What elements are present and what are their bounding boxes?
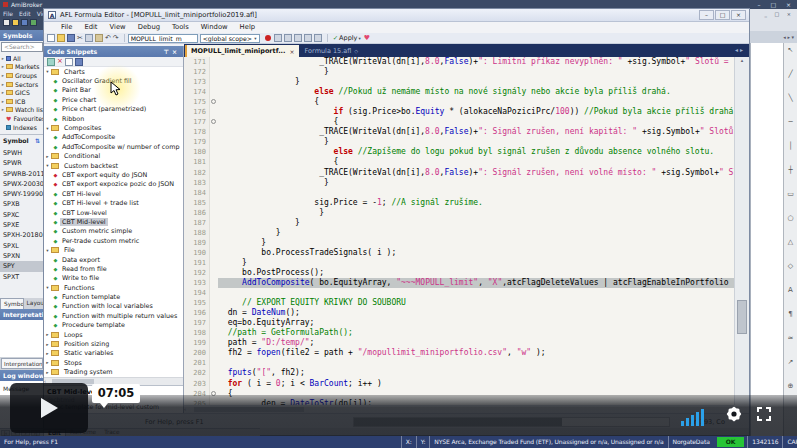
code-line[interactable]: 180 else //Zapíšeme do logu pokud byl si… xyxy=(184,147,734,157)
symbol-row-spxb[interactable]: SPXB xyxy=(0,199,44,209)
menu-debug[interactable]: Debug xyxy=(138,23,160,31)
code-editor[interactable]: 171 _TRACE(WriteVal(dn[i],8.0,False)+": … xyxy=(184,57,734,405)
code-line[interactable]: 171 _TRACE(WriteVal(dn[i],8.0,False)+": … xyxy=(184,57,734,67)
parameters-icon[interactable] xyxy=(304,34,312,42)
code-line[interactable]: 189 } xyxy=(184,238,734,248)
code-line[interactable]: 185 sig.Price = -1; //A signál zrušíme. xyxy=(184,198,734,208)
apply-button[interactable]: ✓ Apply ▾ xyxy=(333,34,364,42)
snippet-folder-composites[interactable]: ▾Composites xyxy=(44,123,183,132)
editor-vscrollbar[interactable]: ▴ xyxy=(734,57,749,405)
tab-layouts[interactable]: Layouts xyxy=(24,298,44,309)
main-menu-edit[interactable]: Edit xyxy=(19,10,31,17)
trend-line-tool-icon[interactable]: ╱ xyxy=(788,71,792,78)
snippet-folder-loops[interactable]: ▸Loops xyxy=(44,330,183,339)
target-tool-icon[interactable]: ⊕ xyxy=(788,383,794,390)
main-toolbar[interactable] xyxy=(3,19,44,29)
scope-combo[interactable]: <global scope>▾ xyxy=(200,34,260,43)
scrollbar-thumb[interactable] xyxy=(737,300,747,334)
paste-icon[interactable] xyxy=(95,34,103,42)
code-line[interactable]: 175 { xyxy=(184,97,734,107)
copy-icon[interactable] xyxy=(85,34,93,42)
snippet-folder-stops[interactable]: ▸Stops xyxy=(44,358,183,367)
open-file-icon[interactable] xyxy=(57,34,65,42)
close-icon[interactable]: × xyxy=(172,48,180,55)
menu-edit[interactable]: Edit xyxy=(84,23,97,31)
diamond-tool-icon[interactable]: ◇ xyxy=(788,263,793,270)
snippet-folder-custom-backtest[interactable]: ▾Custom backtest xyxy=(44,161,183,170)
symbol-row-spxc[interactable]: SPXC xyxy=(0,210,44,220)
snippet-properties-icon[interactable] xyxy=(65,58,73,66)
snippet-folder-trading-system[interactable]: ▸Trading system xyxy=(44,368,183,377)
snippet-item-per-trade-custom-metric[interactable]: ◆Per-trade custom metric xyxy=(44,236,183,245)
code-line[interactable]: 191 } xyxy=(184,258,734,268)
share-snippet-icon[interactable] xyxy=(75,58,83,66)
undo-icon[interactable]: ↶ xyxy=(105,34,111,43)
snippet-folder-functions[interactable]: ▾Functions xyxy=(44,283,183,292)
minimize-button[interactable]: – xyxy=(699,10,714,20)
free-line-tool-icon[interactable]: ╲ xyxy=(788,95,792,102)
main-menubar[interactable]: FileEditView xyxy=(3,9,44,18)
maximize-button[interactable]: □ xyxy=(715,10,730,20)
code-line[interactable]: 177 { xyxy=(184,117,734,127)
code-line[interactable]: 179 } xyxy=(184,137,734,147)
code-line[interactable]: 181 { xyxy=(184,157,734,167)
code-line[interactable]: 203 for ( i = 0; i < BarCount; i++ ) xyxy=(184,379,734,389)
menu-view[interactable]: View xyxy=(110,23,126,31)
code-line[interactable]: 192 bo.PostProcess(); xyxy=(184,268,734,278)
snippet-item-cbt-low-level[interactable]: ◆CBT Low-level xyxy=(44,208,183,217)
symbol-row-spwy-199907[interactable]: SPWY-199907 xyxy=(0,189,44,199)
snippet-item-write-to-file[interactable]: ◆Write to file xyxy=(44,274,183,283)
symbol-row-spwr[interactable]: SPWR xyxy=(0,158,44,168)
code-line[interactable]: 184 xyxy=(184,188,734,198)
code-line[interactable]: 193 AddToComposite( bo.EquityArray, "~~~… xyxy=(184,278,734,288)
menu-tools[interactable]: Tools xyxy=(172,23,189,31)
cut-icon[interactable]: ✂ xyxy=(77,34,83,43)
snippet-item-read-from-file[interactable]: ◆Read from file xyxy=(44,264,183,273)
ellipse-tool-icon[interactable]: ○ xyxy=(787,215,793,222)
symbols-tree-item-groups[interactable]: ▸Groups xyxy=(0,71,44,80)
send-to-analysis-icon[interactable] xyxy=(284,34,292,42)
code-line[interactable]: 194 xyxy=(184,288,734,298)
symbols-tree-item-favourites[interactable]: ♥Favourites xyxy=(0,114,44,123)
snippet-item-function-template[interactable]: ◆Function template xyxy=(44,292,183,301)
paragraph-tool-icon[interactable]: ¶ xyxy=(788,311,792,318)
symbol-row-spxe[interactable]: SPXE xyxy=(0,220,44,230)
insert-to-chart-icon[interactable] xyxy=(294,34,302,42)
snippet-item-cbt-export-expozice-pozic-do-json[interactable]: ◆CBT export expozice pozic do JSON xyxy=(44,180,183,189)
snippet-folder-file[interactable]: ▾File xyxy=(44,245,183,254)
symbol-row-spwrb-201111[interactable]: SPWRB-201111 xyxy=(0,169,44,179)
code-line[interactable]: 199 path = "D:/temp/"; xyxy=(184,338,734,348)
fullscreen-icon[interactable] xyxy=(755,405,773,427)
sort-icon[interactable]: ⇅ xyxy=(35,135,40,146)
chart-icon[interactable] xyxy=(30,19,37,26)
arrow-tool-icon[interactable]: ↗ xyxy=(788,359,794,366)
save-icon[interactable] xyxy=(21,19,28,26)
open-database-icon[interactable] xyxy=(12,19,19,26)
symbols-tree-item-icb[interactable]: ▸ICB xyxy=(0,97,44,106)
snippet-item-cbt-export-equity-do-json[interactable]: ◆CBT export equity do JSON xyxy=(44,170,183,179)
delete-snippet-icon[interactable]: × xyxy=(57,57,63,66)
code-line[interactable]: 197 eq=bo.EquityArray; xyxy=(184,318,734,328)
snippet-item-addtocomposite-w-number-of-comp[interactable]: ◆AddToComposite w/ number of comp xyxy=(44,142,183,151)
symbols-tree-item-markets[interactable]: ▸Markets xyxy=(0,63,44,72)
record-icon[interactable] xyxy=(265,35,271,41)
snippet-item-ribbon[interactable]: ◆Ribbon xyxy=(44,114,183,123)
snippet-item-function-with-multiple-return-values[interactable]: ◆Function with multiple return values xyxy=(44,311,183,320)
settings-gear-icon[interactable] xyxy=(723,403,745,429)
code-line[interactable]: 196 dn = DateNum(); xyxy=(184,308,734,318)
code-line[interactable]: 187 } xyxy=(184,218,734,228)
snippet-item-addtocomposite[interactable]: ◆AddToComposite xyxy=(44,133,183,142)
symbol-row-spwx-200308[interactable]: SPWX-200308 xyxy=(0,179,44,189)
formula-name-combo[interactable]: MOPULL_limit_m xyxy=(128,34,198,43)
code-line[interactable]: 195 // EXPORT EQUITY KRIVKY DO SOUBORU xyxy=(184,298,734,308)
select-tool-icon[interactable]: ↖ xyxy=(788,47,794,54)
mdi-window-controls[interactable]: _ □ × xyxy=(764,11,794,17)
menu-window[interactable]: Window xyxy=(201,23,228,31)
code-line[interactable]: 188 } xyxy=(184,228,734,238)
symbol-row-spxl[interactable]: SPXL xyxy=(0,241,44,251)
code-line[interactable]: 182 _TRACE(WriteVal(dn[i],8.0,False)+": … xyxy=(184,168,734,178)
symbols-tree-item-gics[interactable]: ▸GICS xyxy=(0,88,44,97)
new-database-icon[interactable] xyxy=(3,19,10,26)
code-line[interactable]: 178 _TRACE(WriteVal(dn[i],8.0,False)+": … xyxy=(184,127,734,137)
code-line[interactable]: 183 } xyxy=(184,178,734,188)
